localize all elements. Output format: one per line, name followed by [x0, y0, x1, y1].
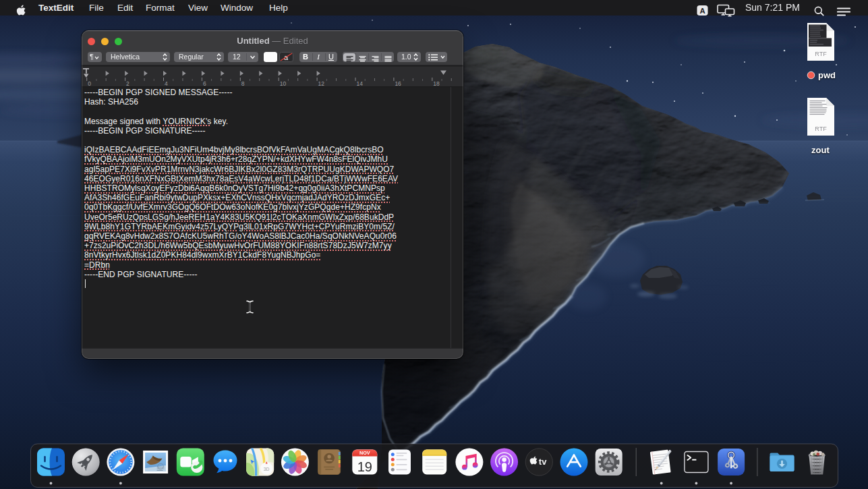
svg-text:RTF: RTF: [815, 125, 827, 132]
svg-text:6: 6: [203, 80, 206, 87]
svg-text:tv: tv: [539, 457, 547, 467]
svg-text:2: 2: [126, 80, 129, 87]
svg-text:3D: 3D: [264, 467, 270, 471]
svg-text:A: A: [699, 6, 705, 14]
svg-text:12: 12: [318, 80, 325, 87]
svg-text:16: 16: [395, 80, 401, 87]
svg-text:NOV: NOV: [359, 450, 370, 456]
svg-text:10: 10: [280, 80, 287, 87]
svg-text:14: 14: [357, 80, 364, 87]
svg-text:0: 0: [88, 80, 91, 87]
svg-text:18: 18: [433, 80, 440, 87]
svg-text:19: 19: [357, 459, 372, 474]
svg-text:4: 4: [165, 80, 168, 87]
svg-text:8: 8: [241, 80, 245, 87]
svg-text:RTF: RTF: [815, 51, 827, 57]
